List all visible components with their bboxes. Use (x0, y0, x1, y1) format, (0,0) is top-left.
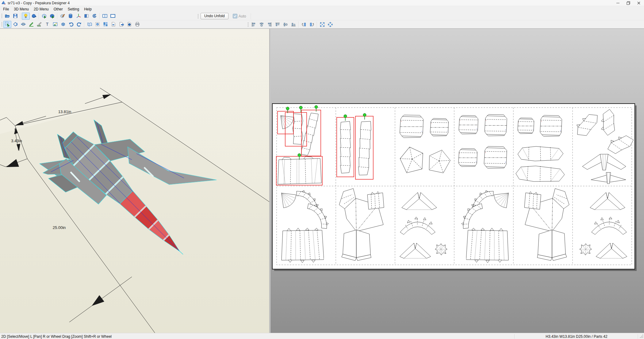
redo-button[interactable] (75, 21, 83, 28)
menu-other[interactable]: Other (51, 7, 65, 12)
svg-text:T: T (46, 22, 49, 27)
page-export-button[interactable] (117, 21, 125, 28)
unfold-toolbar: Undo Unfold Auto (196, 12, 252, 20)
light-toggle-button[interactable] (22, 13, 30, 20)
menu-file[interactable]: File (1, 7, 11, 12)
toolbar-main: Undo Unfold Auto (0, 12, 644, 20)
auto-checkbox[interactable] (233, 14, 237, 18)
menu-help[interactable]: Help (82, 7, 94, 12)
arrange-parts-button[interactable] (102, 21, 109, 28)
undo-unfold-button[interactable]: Undo Unfold (201, 13, 228, 19)
draw-line-button[interactable] (27, 21, 35, 28)
app-icon (1, 1, 6, 5)
rotate-3d-view-button[interactable] (30, 13, 38, 20)
toolbar-grip[interactable] (1, 13, 3, 19)
fold-book-button[interactable] (86, 21, 94, 28)
menu-2d[interactable]: 2D Menu (31, 7, 51, 12)
select-face-button[interactable] (40, 13, 48, 20)
app-window: sr71-v3 - Copy - Pepakura Designer 4 Fil… (0, 0, 644, 339)
2d-viewport[interactable] (270, 29, 644, 333)
dim-depth-label: 25.00in (53, 225, 66, 230)
resize-grip[interactable] (638, 333, 644, 339)
select-move-button[interactable] (3, 21, 11, 28)
unfold-toolbar-grip[interactable] (197, 13, 199, 19)
3d-viewport[interactable]: 13.81in 3.43in 25.00in (0, 29, 269, 333)
page-number-button[interactable] (109, 21, 117, 28)
cylinder-button[interactable] (67, 13, 75, 20)
minimize-button[interactable] (613, 0, 623, 6)
select-region-button[interactable] (94, 21, 102, 28)
title-bar: sr71-v3 - Copy - Pepakura Designer 4 (0, 0, 644, 6)
one-pane-layout-button[interactable] (109, 13, 117, 20)
toolbar2-grip[interactable] (1, 21, 3, 27)
status-hint: 2D [Select/Move] L [Pan] R or Wheel Drag… (0, 334, 515, 339)
edit-solid-button[interactable] (59, 13, 67, 20)
model-dimensions-status: H3.43in W13.81in D25.00in / Parts 42 (515, 334, 638, 339)
close-button[interactable] (634, 0, 644, 6)
box-3d-button[interactable] (59, 21, 67, 28)
main-content: 13.81in 3.43in 25.00in (0, 29, 644, 333)
align-top-button[interactable] (274, 21, 282, 28)
align-toolbar (246, 20, 334, 29)
two-pane-layout-button[interactable] (101, 13, 109, 20)
rotate-cw-button[interactable] (308, 21, 316, 28)
window-title: sr71-v3 - Copy - Pepakura Designer 4 (8, 1, 70, 5)
dim-width-label: 13.81in (58, 109, 71, 114)
auto-checkbox-group[interactable]: Auto (233, 14, 246, 18)
auto-checkbox-label: Auto (239, 14, 246, 18)
align-center-h-button[interactable] (258, 21, 266, 28)
align-toolbar-grip[interactable] (247, 22, 249, 27)
save-file-button[interactable] (11, 13, 19, 20)
menu-bar: File 3D Menu 2D Menu Other Setting Help (0, 6, 644, 12)
align-bottom-button[interactable] (289, 21, 297, 28)
toolbar-2d-tools: T (0, 20, 644, 29)
print-area-button[interactable] (125, 21, 133, 28)
mirror-button[interactable] (82, 13, 90, 20)
open-file-button[interactable] (3, 13, 11, 20)
menu-3d[interactable]: 3D Menu (11, 7, 31, 12)
status-bar: 2D [Select/Move] L [Pan] R or Wheel Drag… (0, 333, 644, 339)
undo-button[interactable] (67, 21, 75, 28)
select-part-button[interactable] (48, 13, 56, 20)
rotate-symmetry-button[interactable] (90, 13, 98, 20)
align-left-button[interactable] (250, 21, 258, 28)
print-button[interactable] (133, 21, 141, 28)
dim-height-label: 3.43in (11, 139, 22, 143)
image-tool-button[interactable] (51, 21, 59, 28)
align-right-button[interactable] (266, 21, 274, 28)
ground-plane (0, 102, 269, 333)
wide-panel-part (278, 157, 321, 184)
align-middle-v-button[interactable] (282, 21, 289, 28)
flat-edge-button[interactable] (35, 21, 43, 28)
rotate-ccw-button[interactable] (300, 21, 308, 28)
text-tool-button[interactable]: T (43, 21, 51, 28)
spread-parts-button[interactable] (19, 21, 27, 28)
axes-button[interactable] (75, 13, 82, 20)
restore-button[interactable] (623, 0, 634, 6)
group-parts-button[interactable] (318, 21, 326, 28)
rotate-part-button[interactable] (11, 21, 19, 28)
menu-setting[interactable]: Setting (65, 7, 82, 12)
ungroup-parts-button[interactable] (326, 21, 334, 28)
